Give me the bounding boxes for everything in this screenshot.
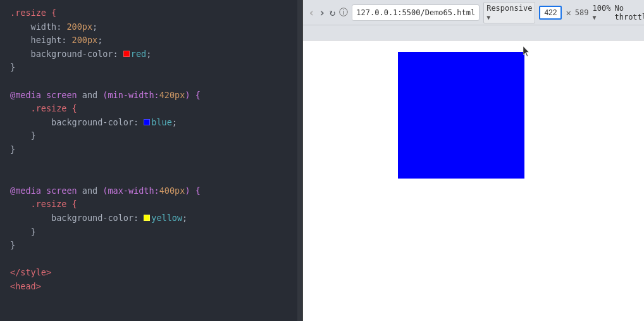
blue-box — [398, 52, 524, 179]
refresh-button[interactable]: ↻ — [330, 6, 336, 19]
code-line-16: background-color: yellow; — [0, 211, 302, 225]
code-line-19 — [0, 253, 302, 267]
preview-area — [303, 41, 644, 321]
code-line-11: } — [0, 143, 302, 157]
code-line-8: .resize { — [0, 102, 302, 116]
forward-button[interactable]: › — [319, 6, 326, 19]
back-button[interactable]: ‹ — [308, 6, 315, 19]
code-editor: .resize { width: 200px; height: 200px; b… — [0, 0, 302, 321]
info-icon: ⓘ — [339, 6, 348, 19]
code-line-10: } — [0, 129, 302, 143]
code-line-1: .resize { — [0, 6, 302, 20]
code-line-6 — [0, 75, 302, 89]
code-line-9: background-color: blue; — [0, 116, 302, 130]
code-line-2: width: 200px; — [0, 20, 302, 34]
throttle-text: No throttli... — [614, 4, 644, 22]
yellow-swatch — [144, 215, 150, 221]
responsive-label-text: Responsive — [486, 4, 532, 13]
code-line-18: } — [0, 239, 302, 253]
browser-panel: ‹ › ↻ ⓘ 127.0.0.1:5500/Demo65.html Respo… — [302, 0, 644, 321]
code-line-20: </style> — [0, 266, 302, 280]
blue-swatch — [144, 119, 150, 125]
code-line-3: height: 200px; — [0, 34, 302, 47]
browser-toolbar: ‹ › ↻ ⓘ 127.0.0.1:5500/Demo65.html Respo… — [303, 0, 644, 25]
sub-toolbar — [303, 25, 644, 41]
code-line-15: .resize { — [0, 198, 302, 211]
zoom-text: 100% — [593, 4, 611, 13]
width-input[interactable] — [539, 6, 562, 20]
code-line-7: @media screen and (min-width:420px) { — [0, 89, 302, 103]
code-line-17: } — [0, 225, 302, 239]
red-swatch — [123, 51, 130, 57]
code-line-5: } — [0, 61, 302, 75]
zoom-dropdown-arrow: ▼ — [593, 14, 597, 21]
url-bar: 127.0.0.1:5500/Demo65.html — [352, 4, 480, 21]
throttle-selector[interactable]: No throttli... — [614, 4, 644, 22]
code-line-4: background-color: red; — [0, 47, 302, 61]
editor-scrollbar[interactable] — [297, 0, 302, 321]
code-line-12 — [0, 157, 302, 171]
responsive-dropdown-arrow: ▼ — [486, 14, 490, 21]
code-line-13 — [0, 170, 302, 184]
clear-width-button[interactable]: ✕ — [566, 8, 571, 18]
url-text: 127.0.0.1:5500/Demo65.html — [356, 8, 475, 17]
height-value: 589 — [575, 8, 589, 17]
zoom-selector[interactable]: 100% ▼ — [593, 4, 611, 22]
responsive-selector[interactable]: Responsive ▼ — [483, 2, 535, 23]
code-line-21: <head> — [0, 280, 302, 294]
code-line-14: @media screen and (max-width:400px) { — [0, 184, 302, 198]
